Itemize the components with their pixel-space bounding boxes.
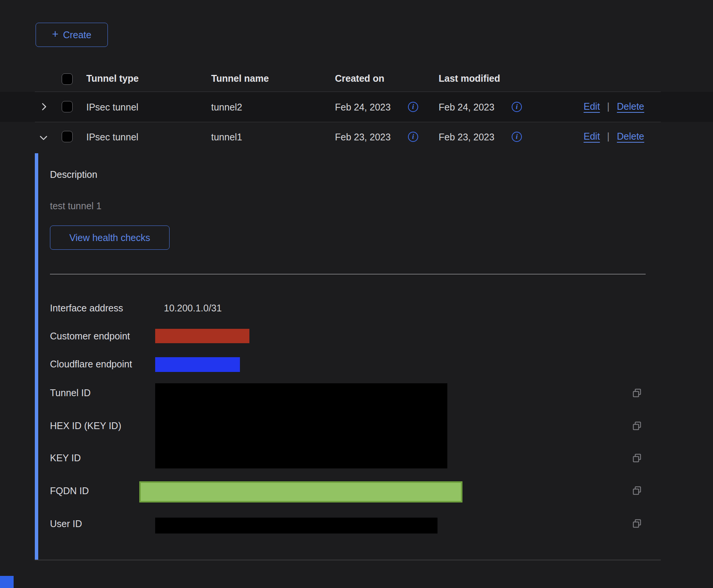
edit-link[interactable]: Edit bbox=[584, 131, 600, 142]
row-divider bbox=[35, 122, 661, 122]
action-separator: | bbox=[607, 131, 610, 142]
copy-icon[interactable] bbox=[632, 453, 642, 463]
fqdn-id-redaction bbox=[139, 481, 462, 502]
column-header-tunnel-name: Tunnel name bbox=[211, 73, 269, 84]
created-on-cell: Feb 24, 2023 bbox=[335, 102, 391, 113]
partial-blue-element bbox=[0, 576, 14, 588]
row-checkbox[interactable] bbox=[62, 101, 73, 112]
info-icon[interactable]: i bbox=[408, 132, 418, 142]
tunnel-type-cell: IPsec tunnel bbox=[86, 132, 139, 143]
customer-endpoint-redaction bbox=[155, 329, 249, 343]
cloudflare-endpoint-redaction bbox=[155, 357, 240, 372]
detail-divider bbox=[50, 274, 646, 274]
delete-link[interactable]: Delete bbox=[617, 101, 644, 112]
user-id-label: User ID bbox=[50, 518, 82, 529]
chevron-right-icon[interactable] bbox=[39, 101, 49, 112]
info-icon[interactable]: i bbox=[512, 132, 522, 142]
chevron-down-icon[interactable] bbox=[38, 132, 49, 143]
description-value: test tunnel 1 bbox=[50, 201, 101, 212]
hex-id-label: HEX ID (KEY ID) bbox=[50, 420, 121, 431]
cloudflare-endpoint-label: Cloudflare endpoint bbox=[50, 359, 132, 370]
fqdn-id-label: FQDN ID bbox=[50, 485, 89, 496]
tunnel-id-label: Tunnel ID bbox=[50, 387, 90, 398]
delete-link[interactable]: Delete bbox=[617, 131, 644, 142]
select-all-checkbox[interactable] bbox=[62, 73, 73, 85]
action-separator: | bbox=[607, 101, 610, 112]
tunnel-name-cell: tunnel2 bbox=[211, 102, 242, 113]
copy-icon[interactable] bbox=[632, 388, 642, 398]
create-button-label: Create bbox=[63, 30, 91, 40]
user-id-redaction bbox=[155, 518, 437, 534]
column-header-last-modified: Last modified bbox=[439, 73, 500, 84]
interface-address-label: Interface address bbox=[50, 303, 123, 314]
created-on-cell: Feb 23, 2023 bbox=[335, 132, 391, 143]
expanded-row-accent-bar bbox=[35, 153, 38, 560]
copy-icon[interactable] bbox=[632, 519, 642, 529]
expanded-row-bottom-divider bbox=[35, 560, 661, 560]
column-header-created-on: Created on bbox=[335, 73, 385, 84]
row-checkbox[interactable] bbox=[62, 131, 73, 142]
copy-icon[interactable] bbox=[632, 486, 642, 496]
last-modified-cell: Feb 23, 2023 bbox=[439, 132, 494, 143]
customer-endpoint-label: Customer endpoint bbox=[50, 331, 130, 342]
view-health-checks-button[interactable]: View health checks bbox=[50, 226, 170, 250]
last-modified-cell: Feb 24, 2023 bbox=[439, 102, 494, 113]
column-header-tunnel-type: Tunnel type bbox=[86, 73, 139, 84]
plus-icon: + bbox=[52, 29, 59, 40]
view-health-checks-label: View health checks bbox=[69, 232, 150, 243]
tunnels-page: + Create Tunnel type Tunnel name Created… bbox=[0, 0, 713, 588]
tunnel-name-cell: tunnel1 bbox=[211, 132, 242, 143]
interface-address-value: 10.200.1.0/31 bbox=[164, 303, 222, 314]
info-icon[interactable]: i bbox=[408, 102, 418, 112]
tunnel-type-cell: IPsec tunnel bbox=[86, 102, 139, 113]
key-id-label: KEY ID bbox=[50, 453, 81, 464]
create-button[interactable]: + Create bbox=[36, 23, 108, 47]
description-label: Description bbox=[50, 169, 97, 180]
info-icon[interactable]: i bbox=[512, 102, 522, 112]
copy-icon[interactable] bbox=[632, 421, 642, 431]
edit-link[interactable]: Edit bbox=[584, 101, 600, 112]
tunnel-ids-redaction bbox=[155, 383, 447, 468]
